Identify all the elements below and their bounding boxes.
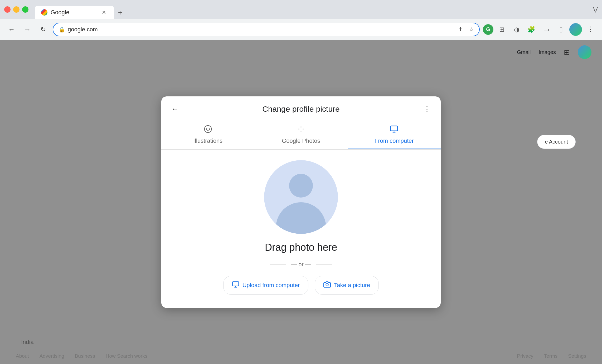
svg-rect-6 <box>391 126 398 131</box>
close-window-button[interactable] <box>4 6 11 13</box>
lock-icon: 🔒 <box>59 26 65 33</box>
illustrations-icon <box>204 125 212 135</box>
svg-point-3 <box>206 129 207 130</box>
or-line-right <box>316 264 332 264</box>
address-bar[interactable]: 🔒 google.com ⬆ ☆ <box>53 23 480 36</box>
traffic-lights <box>4 6 28 13</box>
google-photos-icon <box>297 125 305 135</box>
profile-avatar[interactable] <box>569 23 582 36</box>
svg-point-4 <box>209 129 210 130</box>
from-computer-tab-label: From computer <box>375 137 414 144</box>
modal-actions: Upload from computer Take a picture <box>223 276 379 295</box>
browser-content: Gmail Images ⊞ e Account India About Adv… <box>0 40 602 364</box>
svg-point-0 <box>204 125 211 132</box>
nav-bar: ← → ↻ 🔒 google.com ⬆ ☆ G ⊞ ◑ 🧩 ▭ ▯ ⋮ <box>0 19 602 40</box>
tab-bar: Google ✕ + <box>35 0 127 19</box>
google-account-ext-icon[interactable]: G <box>483 24 493 35</box>
modal-title: Change profile picture <box>180 105 422 114</box>
sidebar-icon[interactable]: ▯ <box>555 23 567 36</box>
or-label: — or — <box>291 261 311 268</box>
tab-from-computer[interactable]: From computer <box>348 120 441 149</box>
maximize-window-button[interactable] <box>22 6 28 13</box>
svg-point-5 <box>207 130 208 131</box>
chrome-browser: Google ✕ + ⋁ ← → ↻ 🔒 google.com ⬆ ☆ G ⊞ … <box>0 0 602 364</box>
svg-point-1 <box>206 127 207 129</box>
take-picture-button[interactable]: Take a picture <box>315 276 379 295</box>
svg-point-2 <box>208 127 210 129</box>
modal-more-button[interactable]: ⋮ <box>422 104 432 114</box>
or-line-left <box>270 264 286 264</box>
profile-placeholder-avatar <box>264 160 338 234</box>
take-picture-label: Take a picture <box>334 282 370 289</box>
camera-icon <box>323 281 331 290</box>
tab-title: Google <box>51 9 97 16</box>
upload-icon <box>232 281 239 290</box>
illustrations-tab-label: Illustrations <box>193 137 222 144</box>
modal-header: ← Change profile picture ⋮ <box>161 96 441 114</box>
or-divider: — or — <box>270 261 332 268</box>
modal-back-button[interactable]: ← <box>170 104 180 114</box>
window-controls: ⋁ <box>593 6 598 13</box>
change-profile-picture-modal: ← Change profile picture ⋮ <box>161 96 441 308</box>
tab-favicon <box>41 9 47 16</box>
theme-icon[interactable]: ◑ <box>510 23 523 36</box>
back-button[interactable]: ← <box>5 23 18 36</box>
svg-point-12 <box>326 283 328 286</box>
puzzle-icon[interactable]: 🧩 <box>525 23 538 36</box>
avatar-head <box>289 174 313 198</box>
tab-illustrations[interactable]: Illustrations <box>161 120 254 149</box>
svg-rect-9 <box>232 282 239 286</box>
tabs-icon[interactable]: ▭ <box>540 23 552 36</box>
nav-actions: G ⊞ ◑ 🧩 ▭ ▯ ⋮ <box>483 23 597 36</box>
browser-tab[interactable]: Google ✕ <box>35 6 114 19</box>
upload-button-label: Upload from computer <box>242 282 300 289</box>
google-photos-tab-label: Google Photos <box>282 137 320 144</box>
share-icon: ⬆ <box>458 26 463 33</box>
upload-from-computer-button[interactable]: Upload from computer <box>223 276 309 295</box>
title-bar: Google ✕ + ⋁ <box>0 0 602 19</box>
url-display: google.com <box>68 26 98 33</box>
modal-body: Drag photo here — or — <box>161 150 441 308</box>
avatar-body <box>276 202 326 234</box>
drag-photo-text: Drag photo here <box>265 242 337 253</box>
from-computer-icon <box>390 125 398 135</box>
reload-button[interactable]: ↻ <box>37 23 50 36</box>
extensions-icon[interactable]: ⊞ <box>496 23 508 36</box>
modal-overlay: ← Change profile picture ⋮ <box>0 40 602 364</box>
tab-google-photos[interactable]: Google Photos <box>254 120 347 149</box>
bookmark-icon[interactable]: ☆ <box>469 26 474 33</box>
forward-button[interactable]: → <box>21 23 34 36</box>
minimize-window-button[interactable] <box>13 6 20 13</box>
tab-close-button[interactable]: ✕ <box>100 9 108 16</box>
new-tab-button[interactable]: + <box>114 6 127 19</box>
modal-tabs: Illustrations Google Photos <box>161 120 441 150</box>
menu-button[interactable]: ⋮ <box>584 23 597 36</box>
